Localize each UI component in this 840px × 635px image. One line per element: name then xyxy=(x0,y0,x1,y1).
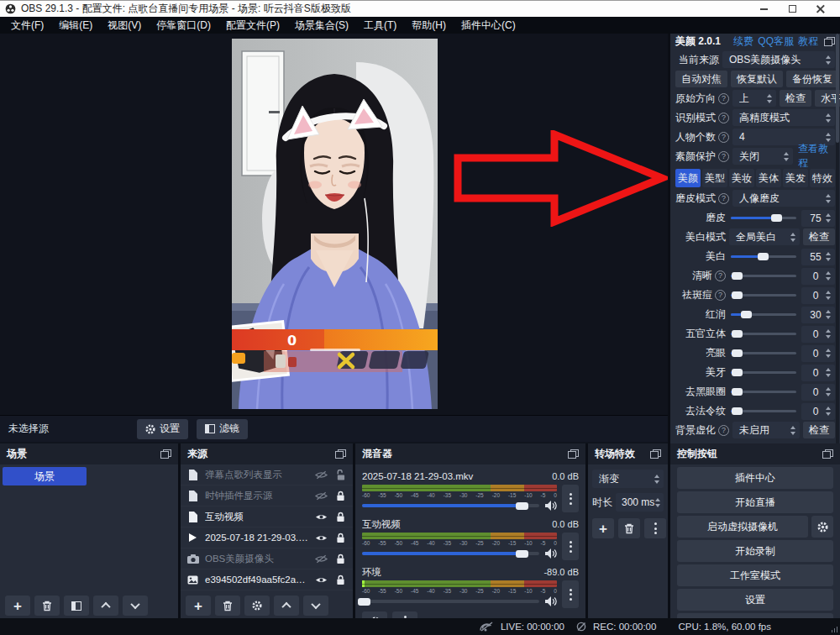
add-transition-button[interactable] xyxy=(592,518,614,538)
clarity-slider[interactable] xyxy=(731,275,796,277)
studio-mode-button[interactable]: 工作室模式 xyxy=(677,564,833,586)
menu-file[interactable]: 文件(F) xyxy=(3,17,51,34)
bright-eyes-value-spinbox[interactable]: 0 xyxy=(801,345,835,362)
add-scene-button[interactable] xyxy=(5,596,30,616)
popout-icon[interactable] xyxy=(335,449,346,459)
close-button[interactable] xyxy=(806,2,835,17)
popout-icon[interactable] xyxy=(822,449,833,459)
source-row[interactable]: 时钟插件显示源 xyxy=(181,485,353,506)
spinner-arrows-icon[interactable] xyxy=(826,310,831,319)
tab-beauty[interactable]: 美颜 xyxy=(675,169,701,187)
orientation-check-button[interactable]: 检查 xyxy=(780,90,811,107)
help-icon[interactable] xyxy=(715,270,726,281)
slider-thumb[interactable] xyxy=(516,502,528,510)
maximize-button[interactable] xyxy=(778,2,806,17)
start-streaming-button[interactable]: 开始直播 xyxy=(677,491,833,513)
dark-circles-slider[interactable] xyxy=(731,391,796,393)
whiten-value-spinbox[interactable]: 55 xyxy=(801,249,835,265)
spinner-arrows-icon[interactable] xyxy=(826,407,831,416)
remove-source-button[interactable] xyxy=(215,596,240,616)
menu-plugin-center[interactable]: 插件中心(C) xyxy=(454,17,523,34)
rosy-slider[interactable] xyxy=(731,313,796,316)
volume-slider[interactable] xyxy=(362,552,539,555)
minimize-button[interactable] xyxy=(749,2,778,17)
source-row[interactable]: OBS美颜摄像头 xyxy=(181,548,353,569)
add-source-button[interactable] xyxy=(186,596,211,616)
tab-hair[interactable]: 美发 xyxy=(783,169,808,187)
source-properties-button[interactable] xyxy=(244,596,270,616)
menu-profile[interactable]: 配置文件(P) xyxy=(218,17,287,34)
source-row[interactable]: e394502df49aa5fc2a99cd2e7c xyxy=(181,569,353,590)
qq-support-link[interactable]: QQ客服 xyxy=(758,34,794,49)
spinner-arrows-icon[interactable] xyxy=(826,133,831,142)
slider-thumb[interactable] xyxy=(732,330,743,338)
lock-icon[interactable] xyxy=(333,554,347,564)
spinner-arrows-icon[interactable] xyxy=(655,498,660,507)
nasolabial-value-spinbox[interactable]: 0 xyxy=(801,403,835,420)
menu-docks[interactable]: 停靠窗口(D) xyxy=(149,17,218,34)
spinner-arrows-icon[interactable] xyxy=(826,252,831,261)
view-tutorial-link[interactable]: 查看教程 xyxy=(798,142,835,171)
slider-thumb[interactable] xyxy=(732,369,743,376)
eye-slash-icon[interactable] xyxy=(314,491,328,501)
background-blur-select[interactable]: 未启用 xyxy=(732,422,800,438)
whiten-check-button[interactable]: 检查 xyxy=(803,228,835,245)
contour-slider[interactable] xyxy=(731,333,796,335)
help-icon[interactable] xyxy=(718,193,729,204)
volume-slider[interactable] xyxy=(362,504,539,507)
contour-value-spinbox[interactable]: 0 xyxy=(801,326,835,343)
help-icon[interactable] xyxy=(718,132,729,143)
menu-scene-collection[interactable]: 场景集合(S) xyxy=(287,17,356,34)
speaker-icon[interactable] xyxy=(545,501,557,511)
start-virtual-camera-button[interactable]: 启动虚拟摄像机 xyxy=(677,516,808,538)
channel-options-button[interactable] xyxy=(562,580,579,608)
source-row[interactable]: 2025-07-18 21-29-03.mkv xyxy=(181,527,353,548)
smooth-slider[interactable] xyxy=(731,217,796,219)
slider-thumb[interactable] xyxy=(732,349,743,357)
source-filters-button[interactable]: 滤镜 xyxy=(197,419,248,439)
menu-help[interactable]: 帮助(H) xyxy=(404,17,454,34)
scene-filters-button[interactable] xyxy=(64,596,89,616)
tutorial-link[interactable]: 教程 xyxy=(798,34,818,49)
tab-makeup[interactable]: 美妆 xyxy=(729,169,754,187)
volume-slider[interactable] xyxy=(362,600,539,603)
help-icon[interactable] xyxy=(718,113,729,123)
slider-thumb[interactable] xyxy=(732,388,743,396)
source-properties-button[interactable]: 设置 xyxy=(137,419,188,439)
beauty-scrollbar[interactable] xyxy=(836,34,839,443)
spinner-arrows-icon[interactable] xyxy=(826,291,831,300)
source-row[interactable]: 互动视频 xyxy=(181,506,353,527)
advanced-audio-button[interactable] xyxy=(362,611,387,618)
source-row[interactable]: 滚动 xyxy=(181,590,353,593)
renew-link[interactable]: 续费 xyxy=(733,34,753,49)
whiten-mode-select[interactable]: 全局美白 xyxy=(729,228,800,245)
remove-scene-button[interactable] xyxy=(34,596,60,616)
slider-thumb[interactable] xyxy=(516,550,528,558)
tab-body[interactable]: 美体 xyxy=(756,169,781,187)
spinner-arrows-icon[interactable] xyxy=(826,213,831,223)
help-icon[interactable] xyxy=(718,93,729,104)
slider-thumb[interactable] xyxy=(771,214,782,222)
popout-icon[interactable] xyxy=(824,37,835,46)
lock-icon[interactable] xyxy=(333,575,347,585)
eye-icon[interactable] xyxy=(314,533,328,543)
preview-canvas[interactable]: 0 xyxy=(0,34,668,415)
virtual-camera-config-button[interactable] xyxy=(811,516,833,538)
spinner-arrows-icon[interactable] xyxy=(826,368,831,377)
help-icon[interactable] xyxy=(718,425,729,436)
orientation-select[interactable]: 上 xyxy=(732,90,776,107)
current-source-select[interactable]: OBS美颜摄像头 xyxy=(722,51,835,68)
bright-eyes-slider[interactable] xyxy=(731,352,796,354)
dark-circles-value-spinbox[interactable]: 0 xyxy=(801,384,835,401)
video-preview[interactable]: 0 xyxy=(232,39,438,409)
unlock-icon[interactable] xyxy=(333,470,347,480)
channel-options-button[interactable] xyxy=(562,533,579,560)
rosy-value-spinbox[interactable]: 30 xyxy=(801,307,835,323)
scene-item-selected[interactable]: 场景 xyxy=(3,467,87,485)
lock-icon[interactable] xyxy=(333,533,347,543)
tab-reshape[interactable]: 美型 xyxy=(702,169,727,187)
slider-thumb[interactable] xyxy=(732,407,743,415)
move-scene-up-button[interactable] xyxy=(93,596,118,616)
whiten-slider[interactable] xyxy=(731,255,796,258)
spinner-arrows-icon[interactable] xyxy=(826,387,831,396)
